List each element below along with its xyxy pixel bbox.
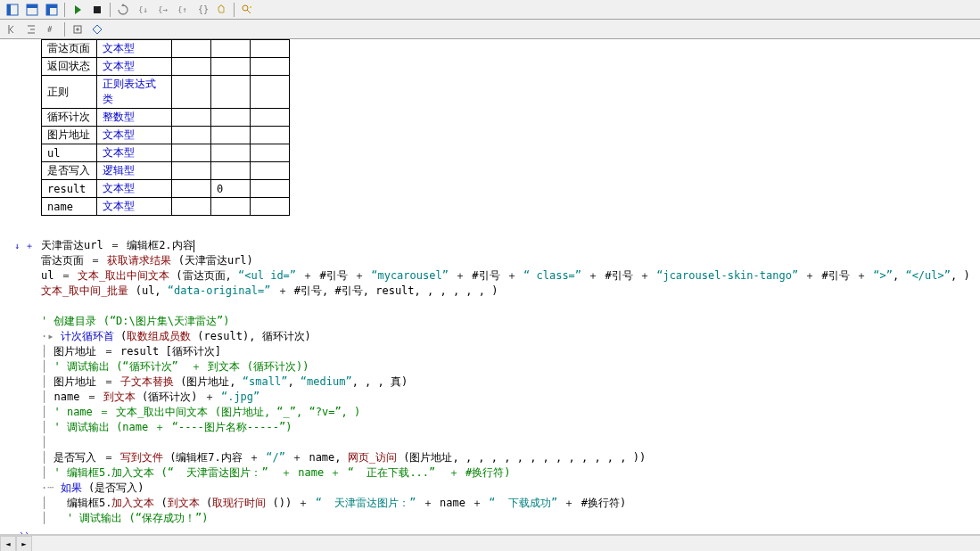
layout-left-icon[interactable]	[4, 2, 21, 18]
play-icon[interactable]	[69, 2, 86, 18]
svg-rect-7	[94, 6, 101, 13]
toolbar-separator	[64, 3, 65, 17]
var-name-cell[interactable]: 是否写入	[42, 162, 97, 180]
step-into-icon[interactable]: {↓	[134, 2, 152, 18]
hand-icon[interactable]	[212, 2, 230, 18]
braces-icon[interactable]: {}	[193, 2, 210, 18]
var-col3[interactable]	[172, 40, 211, 58]
svg-text:{→: {→	[158, 5, 168, 14]
code-var: 天津雷达url	[41, 239, 103, 251]
var-type-link[interactable]: 文本型	[103, 200, 135, 212]
layout-both-icon[interactable]	[43, 2, 61, 18]
var-init-cell[interactable]	[211, 76, 251, 109]
var-col5[interactable]	[251, 198, 290, 216]
var-init-cell[interactable]: 0	[211, 180, 251, 198]
var-col5[interactable]	[251, 76, 290, 109]
var-col3[interactable]	[172, 144, 211, 162]
horizontal-scrollbar[interactable]: ◄ ►	[0, 535, 980, 551]
collapse-left-icon[interactable]	[4, 21, 21, 37]
code-block[interactable]: 天津雷达url ＝ 编辑框2.内容 雷达页面 ＝ 获取请求结果 (天津雷达url…	[41, 223, 970, 535]
var-col5[interactable]	[251, 162, 290, 180]
var-init-cell[interactable]	[211, 198, 251, 216]
var-init-cell[interactable]	[211, 58, 251, 76]
var-col3[interactable]	[172, 127, 211, 144]
diamond-icon[interactable]	[88, 21, 106, 37]
step-out-icon[interactable]: {↑	[173, 2, 191, 18]
var-col3[interactable]	[172, 76, 211, 109]
var-col3[interactable]	[172, 162, 211, 180]
var-col5[interactable]	[251, 109, 290, 127]
table-row[interactable]: 是否写入逻辑型	[42, 162, 290, 180]
gutter-dbl-right: ››	[19, 526, 29, 535]
step-over-icon[interactable]: {→	[153, 2, 171, 18]
var-init-cell[interactable]	[211, 162, 251, 180]
var-name-cell[interactable]: 返回状态	[42, 58, 97, 76]
toolbar-separator	[234, 3, 235, 17]
reload-icon[interactable]	[114, 2, 132, 18]
table-row[interactable]: 正则正则表达式类	[42, 76, 290, 109]
gutter-plus: ＋	[25, 238, 34, 253]
var-init-cell[interactable]	[211, 144, 251, 162]
svg-text:{↓: {↓	[138, 5, 148, 14]
var-col5[interactable]	[251, 40, 290, 58]
var-type-link[interactable]: 逻辑型	[103, 164, 135, 177]
scroll-right-button[interactable]: ►	[16, 536, 32, 551]
var-col3[interactable]	[172, 109, 211, 127]
table-row[interactable]: ul文本型	[42, 144, 290, 162]
indent-icon[interactable]	[23, 21, 41, 37]
var-name-cell[interactable]: 循环计次	[42, 109, 97, 127]
stop-icon[interactable]	[88, 2, 106, 18]
var-name-cell[interactable]: result	[42, 180, 97, 198]
svg-rect-1	[7, 4, 11, 15]
var-name-cell[interactable]: ul	[42, 144, 97, 162]
var-name-cell[interactable]: 正则	[42, 76, 97, 109]
table-row[interactable]: name文本型	[42, 198, 290, 216]
toolbar-separator	[64, 22, 65, 37]
var-col3[interactable]	[172, 180, 211, 198]
var-col5[interactable]	[251, 58, 290, 76]
var-col5[interactable]	[251, 144, 290, 162]
svg-text:{↑: {↑	[177, 5, 187, 14]
toolbar-separator	[110, 3, 111, 17]
toolbar-row-2: #	[0, 20, 980, 39]
svg-rect-3	[27, 4, 37, 8]
gutter-down-arrow: ↓	[14, 238, 20, 253]
table-row[interactable]: 循环计次整数型	[42, 109, 290, 127]
svg-text:#: #	[47, 25, 53, 34]
var-name-cell[interactable]: 雷达页面	[42, 40, 97, 58]
var-name-cell[interactable]: name	[42, 198, 97, 216]
table-row[interactable]: result文本型0	[42, 180, 290, 198]
code-comment: ' 创建目录 (“D:\图片集\天津雷达”)	[41, 315, 229, 327]
code-fn: 获取请求结果	[107, 254, 171, 267]
expand-icon[interactable]	[69, 21, 86, 37]
var-col5[interactable]	[251, 127, 290, 144]
text-caret	[194, 240, 194, 252]
var-init-cell[interactable]	[211, 109, 251, 127]
var-type-link[interactable]: 文本型	[103, 128, 135, 141]
svg-line-13	[247, 10, 251, 13]
var-type-link[interactable]: 文本型	[103, 42, 135, 54]
table-row[interactable]: 返回状态文本型	[42, 58, 290, 76]
variables-table: 雷达页面文本型返回状态文本型正则正则表达式类循环计次整数型图片地址文本型ul文本…	[41, 39, 290, 216]
var-type-link[interactable]: 正则表达式类	[103, 78, 156, 105]
table-row[interactable]: 雷达页面文本型	[42, 40, 290, 58]
var-name-cell[interactable]: 图片地址	[42, 127, 97, 144]
var-col5[interactable]	[251, 180, 290, 198]
var-col3[interactable]	[172, 198, 211, 216]
var-type-link[interactable]: 文本型	[103, 182, 135, 194]
number-icon[interactable]: #	[43, 21, 61, 37]
svg-text:{}: {}	[198, 4, 208, 14]
search-icon[interactable]	[238, 2, 256, 18]
var-init-cell[interactable]	[211, 127, 251, 144]
layout-top-icon[interactable]	[23, 2, 41, 18]
var-type-link[interactable]: 整数型	[103, 111, 135, 123]
var-init-cell[interactable]	[211, 40, 251, 58]
var-col3[interactable]	[172, 58, 211, 76]
scroll-left-button[interactable]: ◄	[0, 536, 16, 551]
svg-rect-6	[46, 4, 57, 8]
table-row[interactable]: 图片地址文本型	[42, 127, 290, 144]
var-type-link[interactable]: 文本型	[103, 60, 135, 72]
svg-point-14	[250, 6, 251, 8]
code-editor-area[interactable]: 雷达页面文本型返回状态文本型正则正则表达式类循环计次整数型图片地址文本型ul文本…	[0, 39, 980, 535]
var-type-link[interactable]: 文本型	[103, 146, 135, 159]
